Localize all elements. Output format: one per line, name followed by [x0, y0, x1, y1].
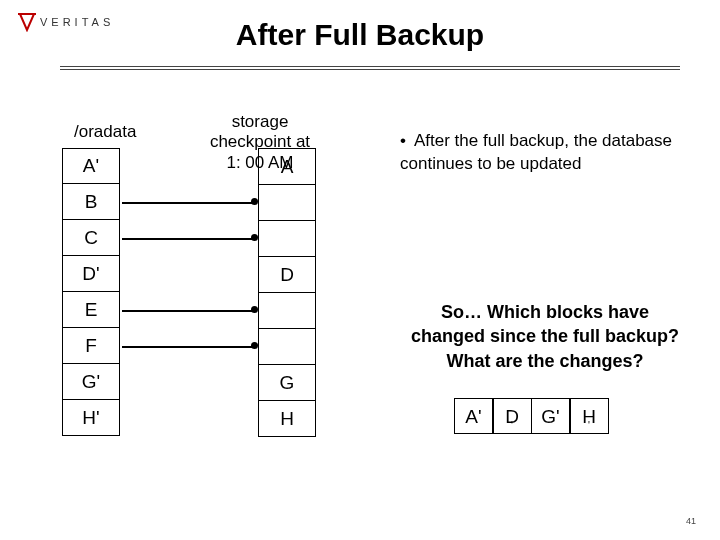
right-cell: H	[259, 401, 315, 437]
left-cell: H'	[63, 400, 119, 436]
changed-block: H'	[569, 398, 609, 434]
right-cell: D	[259, 257, 315, 293]
right-cell	[259, 293, 315, 329]
page-number: 41	[686, 516, 696, 526]
left-cell: G'	[63, 364, 119, 400]
question-line2: changed since the full backup?	[411, 326, 679, 346]
right-cell: G	[259, 365, 315, 401]
left-column: A'BCD'EFG'H'	[62, 148, 120, 436]
slide-title: After Full Backup	[0, 18, 720, 52]
link-arrow	[122, 310, 256, 312]
question-line3: What are the changes?	[446, 351, 643, 371]
left-cell: E	[63, 292, 119, 328]
right-column: ADGH	[258, 148, 316, 437]
right-cell	[259, 185, 315, 221]
right-cell	[259, 329, 315, 365]
left-cell: C	[63, 220, 119, 256]
checkpoint-line1: storage	[232, 112, 289, 131]
left-cell: D'	[63, 256, 119, 292]
left-cell: F	[63, 328, 119, 364]
question-text: So… Which blocks have changed since the …	[390, 300, 700, 373]
changed-block: A'	[454, 398, 494, 434]
right-cell: A	[259, 149, 315, 185]
left-cell: B	[63, 184, 119, 220]
right-cell	[259, 221, 315, 257]
link-arrow	[122, 238, 256, 240]
bullet-point: •After the full backup, the database con…	[400, 130, 690, 176]
changed-blocks-row: A'D'G'H'	[455, 398, 609, 434]
left-cell: A'	[63, 148, 119, 184]
changed-block: D'	[492, 398, 532, 434]
link-arrow	[122, 346, 256, 348]
title-divider	[60, 66, 680, 70]
changed-block: G'	[531, 398, 571, 434]
link-arrow	[122, 202, 256, 204]
oradata-label: /oradata	[74, 122, 136, 142]
bullet-text: After the full backup, the database cont…	[400, 131, 672, 173]
question-line1: So… Which blocks have	[441, 302, 649, 322]
